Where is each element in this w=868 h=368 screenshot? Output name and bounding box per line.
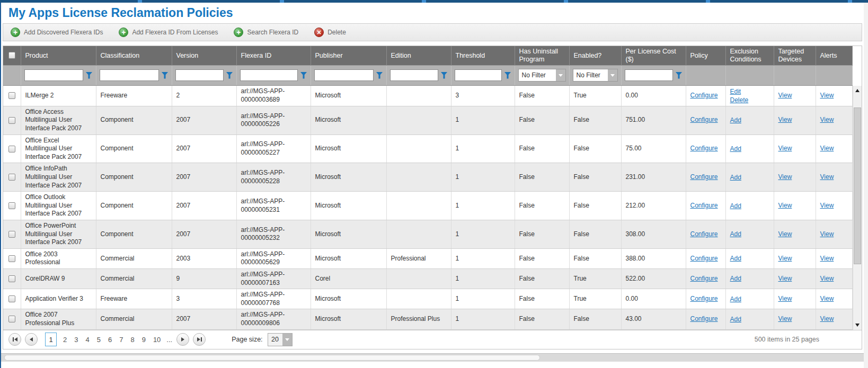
policy-configure-link[interactable]: Configure — [690, 295, 718, 302]
column-header-policy[interactable]: Policy — [686, 46, 725, 65]
targeted-devices-view-link[interactable]: View — [778, 295, 792, 302]
targeted-devices-view-link[interactable]: View — [778, 202, 792, 209]
policy-configure-link[interactable]: Configure — [690, 230, 718, 238]
alerts-view-link[interactable]: View — [820, 255, 834, 262]
policy-configure-link[interactable]: Configure — [690, 145, 718, 152]
page-number-2[interactable]: 2 — [63, 336, 67, 344]
filter-funnel-icon[interactable] — [441, 72, 448, 79]
alerts-view-link[interactable]: View — [820, 202, 834, 209]
page-size-select[interactable]: 20 — [268, 333, 293, 346]
column-header-flexera-id[interactable]: Flexera ID — [236, 46, 311, 65]
targeted-devices-view-link[interactable]: View — [778, 145, 792, 152]
exclusion-add-link[interactable]: Add — [730, 173, 741, 182]
column-header-per-license-cost[interactable]: Per License Cost ($) — [621, 46, 686, 65]
filter-funnel-icon[interactable] — [504, 72, 511, 79]
filter-funnel-icon[interactable] — [226, 72, 233, 79]
scroll-up-button[interactable] — [853, 86, 862, 95]
exclusion-delete-link[interactable]: Delete — [730, 96, 749, 104]
policy-configure-link[interactable]: Configure — [690, 92, 718, 99]
alerts-view-link[interactable]: View — [820, 173, 834, 181]
filter-select-enabled[interactable]: No Filter — [573, 69, 618, 82]
policy-configure-link[interactable]: Configure — [690, 116, 718, 123]
targeted-devices-view-link[interactable]: View — [778, 230, 792, 238]
exclusion-add-link[interactable]: Add — [730, 295, 741, 303]
filter-input-threshold[interactable] — [455, 69, 502, 81]
add-flexera-id-from-licenses-button[interactable]: Add Flexera ID From Licenses — [119, 28, 218, 37]
current-page-number[interactable]: 1 — [45, 333, 57, 346]
horizontal-scrollbar[interactable] — [1, 353, 864, 362]
pager-ellipsis[interactable]: ... — [166, 336, 172, 344]
targeted-devices-view-link[interactable]: View — [778, 315, 792, 322]
filter-input-classification[interactable] — [100, 69, 159, 81]
column-header-threshold[interactable]: Threshold — [451, 46, 515, 65]
filter-select-has-uninstall-program[interactable]: No Filter — [518, 69, 566, 82]
page-number-7[interactable]: 7 — [119, 336, 123, 344]
filter-input-product[interactable] — [24, 69, 83, 81]
row-checkbox[interactable] — [8, 92, 15, 99]
column-header-targeted-devices[interactable]: Targeted Devices — [774, 46, 816, 65]
delete-button[interactable]: Delete — [314, 28, 346, 37]
row-checkbox[interactable] — [8, 202, 15, 209]
row-checkbox[interactable] — [8, 174, 15, 181]
filter-funnel-icon[interactable] — [376, 72, 383, 79]
last-page-button[interactable] — [193, 333, 206, 346]
row-checkbox[interactable] — [8, 295, 15, 302]
page-number-4[interactable]: 4 — [85, 336, 89, 344]
row-checkbox[interactable] — [8, 231, 15, 238]
exclusion-add-link[interactable]: Add — [730, 315, 741, 324]
row-checkbox[interactable] — [8, 275, 15, 282]
filter-input-version[interactable] — [175, 69, 224, 81]
targeted-devices-view-link[interactable]: View — [778, 255, 792, 262]
alerts-view-link[interactable]: View — [820, 275, 834, 282]
targeted-devices-view-link[interactable]: View — [778, 92, 792, 99]
row-checkbox[interactable] — [8, 316, 15, 322]
filter-input-flexera-id[interactable] — [240, 69, 298, 81]
exclusion-add-link[interactable]: Add — [730, 254, 741, 263]
previous-page-button[interactable] — [25, 333, 38, 346]
column-header-enabled[interactable]: Enabled? — [569, 46, 621, 65]
filter-input-per-license-cost[interactable] — [625, 69, 673, 81]
filter-funnel-icon[interactable] — [162, 72, 169, 79]
page-number-3[interactable]: 3 — [74, 336, 78, 344]
policy-configure-link[interactable]: Configure — [690, 173, 718, 181]
filter-funnel-icon[interactable] — [676, 72, 683, 79]
column-header-alerts[interactable]: Alerts — [816, 46, 852, 65]
alerts-view-link[interactable]: View — [820, 315, 834, 322]
row-checkbox[interactable] — [8, 255, 15, 262]
exclusion-add-link[interactable]: Add — [730, 274, 741, 283]
filter-funnel-icon[interactable] — [300, 72, 307, 79]
page-number-5[interactable]: 5 — [97, 336, 101, 344]
policy-configure-link[interactable]: Configure — [690, 315, 718, 322]
select-all-checkbox[interactable] — [8, 52, 15, 59]
targeted-devices-view-link[interactable]: View — [778, 275, 792, 282]
exclusion-add-link[interactable]: Add — [730, 116, 741, 124]
first-page-button[interactable] — [8, 333, 21, 346]
alerts-view-link[interactable]: View — [820, 116, 834, 123]
row-checkbox[interactable] — [8, 146, 15, 152]
exclusion-add-link[interactable]: Add — [730, 202, 741, 210]
filter-funnel-icon[interactable] — [86, 72, 93, 79]
column-header-classification[interactable]: Classification — [96, 46, 172, 65]
add-discovered-flexera-ids-button[interactable]: Add Discovered Flexera IDs — [11, 28, 103, 37]
scrollbar-track[interactable] — [853, 95, 862, 321]
page-number-6[interactable]: 6 — [108, 336, 112, 344]
policy-configure-link[interactable]: Configure — [690, 255, 718, 262]
alerts-view-link[interactable]: View — [820, 295, 834, 302]
search-flexera-id-button[interactable]: Search Flexera ID — [234, 28, 298, 37]
scrollbar-thumb[interactable] — [854, 107, 861, 264]
alerts-view-link[interactable]: View — [820, 145, 834, 152]
column-header-edition[interactable]: Edition — [386, 46, 451, 65]
alerts-view-link[interactable]: View — [820, 92, 834, 99]
exclusion-add-link[interactable]: Add — [730, 230, 741, 238]
policy-configure-link[interactable]: Configure — [690, 275, 718, 282]
next-page-button[interactable] — [176, 333, 189, 346]
column-header-has-uninstall-program[interactable]: Has Uninstall Program — [515, 46, 569, 65]
horizontal-scrollbar-thumb[interactable] — [4, 355, 540, 361]
targeted-devices-view-link[interactable]: View — [778, 116, 792, 123]
exclusion-edit-link[interactable]: Edit — [730, 87, 741, 96]
column-header-exclusion-conditions[interactable]: Exclusion Conditions — [725, 46, 774, 65]
row-checkbox[interactable] — [8, 117, 15, 124]
filter-input-edition[interactable] — [390, 69, 438, 81]
scroll-down-button[interactable] — [853, 321, 862, 330]
column-header-publisher[interactable]: Publisher — [311, 46, 386, 65]
